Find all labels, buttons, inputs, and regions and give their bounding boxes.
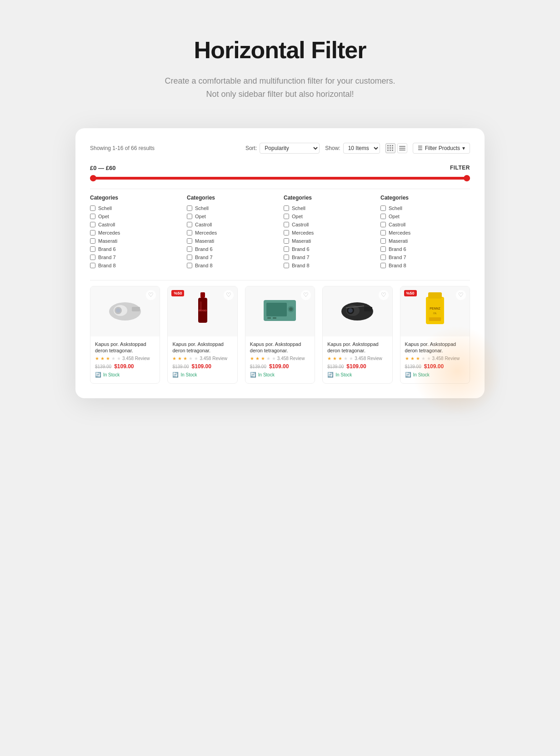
checkbox-label[interactable]: Opet bbox=[98, 214, 109, 219]
checkbox-label[interactable]: Castroll bbox=[98, 222, 115, 227]
checkbox-2-7[interactable] bbox=[187, 255, 192, 260]
checkbox-item: Brand 6 bbox=[380, 246, 470, 252]
checkbox-2-2[interactable] bbox=[187, 214, 192, 219]
checkbox-label[interactable]: Brand 8 bbox=[98, 263, 116, 268]
checkbox-1-7[interactable] bbox=[90, 255, 95, 260]
svg-rect-19 bbox=[364, 307, 372, 311]
checkbox-label[interactable]: Schell bbox=[195, 205, 209, 211]
checkbox-4-1[interactable] bbox=[380, 205, 386, 211]
checkbox-4-5[interactable] bbox=[380, 238, 386, 244]
checkbox-label[interactable]: Mercedes bbox=[292, 230, 314, 235]
product-stars: ★★★★★3.458 Review bbox=[95, 356, 155, 361]
wishlist-button[interactable]: ♡ bbox=[456, 290, 466, 300]
checkbox-label[interactable]: Mercedes bbox=[98, 230, 120, 235]
checkbox-1-8[interactable] bbox=[90, 263, 95, 268]
checkbox-label[interactable]: Castroll bbox=[389, 222, 405, 227]
checkbox-1-2[interactable] bbox=[90, 214, 95, 219]
svg-text:PENNZ: PENNZ bbox=[430, 307, 440, 310]
checkbox-label[interactable]: Maserati bbox=[389, 238, 408, 244]
slider-thumb-left[interactable] bbox=[90, 175, 96, 181]
checkbox-label[interactable]: Brand 7 bbox=[292, 255, 310, 260]
grid-view-button[interactable] bbox=[385, 143, 395, 153]
svg-rect-26 bbox=[429, 317, 441, 321]
list-view-button[interactable] bbox=[397, 143, 407, 153]
star-icon: ★ bbox=[349, 356, 353, 361]
wishlist-button[interactable]: ♡ bbox=[224, 290, 234, 300]
checkbox-label[interactable]: Brand 7 bbox=[195, 255, 213, 260]
checkbox-3-8[interactable] bbox=[284, 263, 289, 268]
checkbox-2-4[interactable] bbox=[187, 230, 192, 235]
checkbox-label[interactable]: Schell bbox=[292, 205, 305, 211]
checkbox-3-1[interactable] bbox=[284, 205, 289, 211]
checkbox-label[interactable]: Brand 6 bbox=[195, 246, 213, 252]
checkbox-label[interactable]: Brand 8 bbox=[195, 263, 213, 268]
price-slider[interactable] bbox=[90, 177, 470, 180]
product-stars: ★★★★★3.458 Review bbox=[405, 356, 465, 361]
checkbox-1-5[interactable] bbox=[90, 238, 95, 244]
checkbox-4-6[interactable] bbox=[380, 246, 386, 252]
checkbox-4-2[interactable] bbox=[380, 214, 386, 219]
checkbox-1-3[interactable] bbox=[90, 222, 95, 227]
checkbox-label[interactable]: Castroll bbox=[195, 222, 212, 227]
grid-icon bbox=[387, 145, 393, 151]
checkbox-3-3[interactable] bbox=[284, 222, 289, 227]
checkbox-1-1[interactable] bbox=[90, 205, 95, 211]
checkbox-2-3[interactable] bbox=[187, 222, 192, 227]
checkbox-label[interactable]: Schell bbox=[98, 205, 112, 211]
checkbox-4-8[interactable] bbox=[380, 263, 386, 268]
checkbox-label[interactable]: Brand 7 bbox=[389, 255, 406, 260]
product-image-wrap: ♡ bbox=[245, 286, 315, 336]
checkbox-label[interactable]: Mercedes bbox=[389, 230, 410, 235]
product-name: Kapus por. Askstoppad deron tetragonar. bbox=[327, 341, 387, 354]
checkbox-4-4[interactable] bbox=[380, 230, 386, 235]
checkbox-4-3[interactable] bbox=[380, 222, 386, 227]
price-new: $109.00 bbox=[192, 363, 211, 370]
checkbox-label[interactable]: Maserati bbox=[195, 238, 214, 244]
checkbox-2-5[interactable] bbox=[187, 238, 192, 244]
checkbox-1-4[interactable] bbox=[90, 230, 95, 235]
checkbox-item: Brand 7 bbox=[380, 255, 470, 260]
checkbox-label[interactable]: Brand 6 bbox=[389, 246, 406, 252]
checkbox-label[interactable]: Brand 7 bbox=[98, 255, 116, 260]
stock-text: In Stock bbox=[413, 372, 430, 377]
wishlist-button[interactable]: ♡ bbox=[301, 290, 311, 300]
checkbox-label[interactable]: Brand 8 bbox=[292, 263, 310, 268]
slider-thumb-right[interactable] bbox=[464, 175, 470, 181]
checkbox-3-6[interactable] bbox=[284, 246, 289, 252]
checkbox-1-6[interactable] bbox=[90, 246, 95, 252]
checkbox-3-2[interactable] bbox=[284, 214, 289, 219]
products-divider bbox=[90, 280, 470, 280]
product-prices: $139.00 $109.00 bbox=[172, 363, 232, 370]
product-info: Kapus por. Askstoppad deron tetragonar.★… bbox=[168, 336, 237, 384]
checkbox-2-6[interactable] bbox=[187, 246, 192, 252]
checkbox-label[interactable]: Opet bbox=[292, 214, 303, 219]
stock-icon: 🔄 bbox=[95, 372, 101, 378]
wishlist-button[interactable]: ♡ bbox=[379, 290, 389, 300]
checkbox-label[interactable]: Brand 6 bbox=[292, 246, 310, 252]
show-label: Show: bbox=[325, 145, 340, 151]
checkbox-2-1[interactable] bbox=[187, 205, 192, 211]
checkbox-3-5[interactable] bbox=[284, 238, 289, 244]
checkbox-3-4[interactable] bbox=[284, 230, 289, 235]
star-icon: ★ bbox=[250, 356, 254, 361]
product-image-wrap: ♡ bbox=[90, 286, 160, 336]
checkbox-2-8[interactable] bbox=[187, 263, 192, 268]
checkbox-label[interactable]: Maserati bbox=[98, 238, 117, 244]
show-select[interactable]: 5 Items 10 Items 20 Items 50 Items bbox=[343, 143, 380, 154]
list-icon bbox=[399, 146, 405, 150]
checkbox-label[interactable]: Opet bbox=[195, 214, 206, 219]
filter-products-button[interactable]: ☰ Filter Products ▾ bbox=[413, 143, 470, 154]
checkbox-label[interactable]: Mercedes bbox=[195, 230, 217, 235]
checkbox-label[interactable]: Brand 8 bbox=[389, 263, 406, 268]
checkbox-label[interactable]: Opet bbox=[389, 214, 400, 219]
checkbox-label[interactable]: Brand 6 bbox=[98, 246, 116, 252]
wishlist-button[interactable]: ♡ bbox=[146, 290, 156, 300]
checkbox-label[interactable]: Maserati bbox=[292, 238, 311, 244]
checkbox-label[interactable]: Castroll bbox=[292, 222, 309, 227]
sort-select[interactable]: Popularity Price: Low to High Price: Hig… bbox=[260, 143, 320, 154]
checkbox-label[interactable]: Schell bbox=[389, 205, 402, 211]
checkbox-3-7[interactable] bbox=[284, 255, 289, 260]
product-prices: $139.00 $109.00 bbox=[405, 363, 465, 370]
checkbox-item: Maserati bbox=[380, 238, 470, 244]
checkbox-4-7[interactable] bbox=[380, 255, 386, 260]
